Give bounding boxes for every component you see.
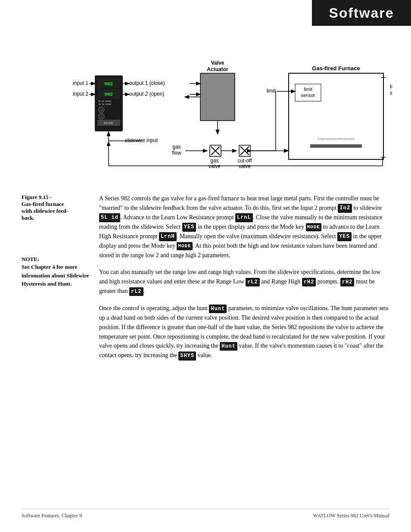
svg-rect-7 — [105, 100, 111, 102]
header-title: Software — [329, 5, 394, 21]
svg-text:sensor: sensor — [301, 93, 315, 98]
svg-text:flow: flow — [172, 150, 181, 156]
svg-point-11 — [98, 107, 104, 113]
svg-point-12 — [98, 113, 104, 119]
svg-text:valve: valve — [209, 163, 221, 169]
figure-caption: Figure 9.15 - Gas-fired furnace with sli… — [22, 194, 90, 221]
right-column: A Series 982 controls the gas valve for … — [99, 194, 389, 368]
tag-mode1: MODE — [306, 223, 321, 231]
tag-mode2: MODE — [177, 242, 192, 250]
svg-text:Actuator: Actuator — [207, 66, 228, 72]
diagram-svg: 982 982 MODE input 1 input 2 output 1 (c… — [22, 47, 392, 181]
svg-text:982: 982 — [104, 81, 113, 87]
tag-rh2b: rH2 — [340, 278, 355, 287]
svg-text:valve: valve — [239, 163, 251, 169]
note-section: NOTE: See Chapter 4 for more infromation… — [22, 256, 90, 288]
svg-text:sensor: sensor — [390, 90, 392, 96]
svg-text:limit: limit — [304, 87, 312, 92]
tag-rl2b: rL2 — [129, 287, 143, 296]
tag-lrnh: LrnH — [159, 232, 177, 241]
svg-text:output 2 (open): output 2 (open) — [129, 91, 164, 97]
svg-rect-26 — [200, 73, 235, 121]
left-column: Figure 9.15 - Gas-fired furnace with sli… — [22, 194, 90, 368]
svg-text:input 1: input 1 — [73, 80, 88, 86]
svg-text:input 2: input 2 — [73, 91, 88, 97]
svg-text:982: 982 — [104, 92, 113, 97]
svg-text:output 1 (close): output 1 (close) — [129, 80, 165, 86]
tag-rh2a: rH2 — [302, 278, 316, 287]
svg-rect-50 — [310, 144, 362, 148]
svg-text:gas: gas — [172, 144, 181, 150]
svg-text:MODE: MODE — [104, 121, 113, 124]
svg-rect-8 — [98, 103, 101, 105]
tag-slid: 5L id — [99, 213, 120, 222]
tag-yes2: YES — [337, 232, 352, 241]
tag-hunt2: Hunt — [220, 342, 237, 351]
note-text: See Chapter 4 for more infromation about… — [22, 263, 90, 288]
body-paragraph-1: A Series 982 controls the gas valve for … — [99, 194, 389, 260]
diagram-container: 982 982 MODE input 1 input 2 output 1 (c… — [22, 47, 392, 181]
svg-rect-9 — [102, 103, 104, 105]
svg-text:gas: gas — [210, 158, 218, 164]
svg-text:○○○○○○○○○○○○○○○○: ○○○○○○○○○○○○○○○○ — [318, 137, 355, 141]
footer-right: WATLOW Series 982 User's Manual — [313, 513, 389, 519]
tag-rl2: rL2 — [246, 278, 260, 287]
svg-text:slidewire input: slidewire input — [125, 137, 158, 143]
body-paragraph-2: You can also manually set the range low … — [99, 268, 389, 296]
footer: Software Features, Chapter 9 WATLOW Seri… — [22, 509, 389, 519]
body-paragraph-3: Once the control is operating, adjust th… — [99, 304, 389, 360]
svg-rect-6 — [102, 100, 104, 102]
svg-text:Valve: Valve — [211, 60, 224, 66]
tag-yes1: YES — [182, 223, 196, 232]
svg-text:cut-off: cut-off — [237, 158, 252, 164]
tag-lrnl: LrnL — [235, 213, 253, 222]
tag-in2: In2 — [338, 204, 352, 213]
svg-text:temperature: temperature — [390, 84, 392, 90]
content-area: Figure 9.15 - Gas-fired furnace with sli… — [22, 194, 389, 368]
header-banner: Software — [312, 0, 411, 26]
tag-shys: 5HY5 — [178, 352, 196, 361]
footer-left: Software Features, Chapter 9 — [22, 513, 82, 519]
tag-hunt1: Hunt — [209, 305, 227, 314]
note-label: NOTE: — [22, 256, 90, 263]
svg-rect-5 — [98, 100, 101, 102]
svg-text:limit: limit — [267, 88, 276, 94]
svg-text:Gas-fired Furnace: Gas-fired Furnace — [312, 65, 360, 72]
svg-rect-10 — [105, 103, 111, 105]
